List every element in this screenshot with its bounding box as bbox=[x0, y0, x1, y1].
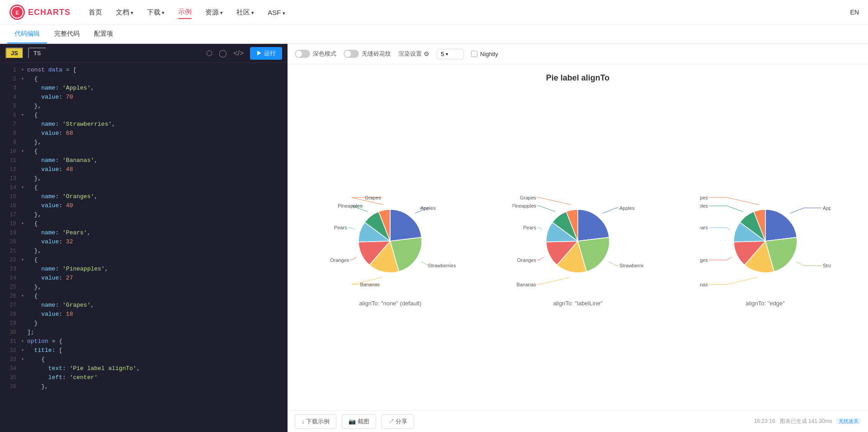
code-line-9: 9 }, bbox=[0, 138, 288, 147]
code-line-3: 3 name: 'Apples', bbox=[0, 84, 288, 93]
code-line-30: 30 ]; bbox=[0, 328, 288, 337]
pie-chart-1: ApplesStrawberriesBananasOrangesPearsPin… bbox=[325, 187, 456, 295]
code-line-27: 27 name: 'Grapes', bbox=[0, 301, 288, 310]
code-line-5: 5 }, bbox=[0, 102, 288, 111]
svg-text:Grapes: Grapes bbox=[700, 195, 708, 200]
csdn-tag: 无忧攻关 bbox=[836, 418, 861, 424]
chart-container-1: ApplesStrawberriesBananasOrangesPearsPin… bbox=[325, 187, 456, 307]
code-line-32: 32 ▾ title: [ bbox=[0, 346, 288, 355]
screenshot-button[interactable]: 📷 截图 bbox=[342, 414, 376, 429]
code-line-29: 29 } bbox=[0, 319, 288, 328]
nav-resources[interactable]: 资源 bbox=[205, 6, 223, 19]
render-settings[interactable]: 渲染设置 ⚙ bbox=[398, 50, 429, 58]
chart-label-1: alignTo: "none" (default) bbox=[359, 300, 421, 307]
tab-config[interactable]: 配置项 bbox=[87, 25, 120, 43]
cube-icon[interactable]: ⬡ bbox=[206, 49, 212, 57]
code-line-23: 23 name: 'Pineapples', bbox=[0, 265, 288, 274]
seamless-toggle[interactable] bbox=[344, 50, 359, 58]
logo-text: ECHARTS bbox=[28, 8, 71, 17]
code-line-17: 17 }, bbox=[0, 210, 288, 219]
svg-text:Bananas: Bananas bbox=[700, 281, 708, 287]
code-line-35: 35 left: 'center' bbox=[0, 373, 288, 382]
bottom-bar: ↓ 下载示例 📷 截图 ↗ 分享 16:23:16 图表已生成 141.30ms… bbox=[288, 410, 868, 432]
code-line-8: 8 value: 68 bbox=[0, 129, 288, 138]
code-line-22: 22 ▾ { bbox=[0, 256, 288, 265]
logo[interactable]: E ECHARTS bbox=[9, 4, 71, 20]
svg-text:Pineapples: Pineapples bbox=[338, 203, 363, 209]
share-button[interactable]: ↗ 分享 bbox=[382, 414, 415, 429]
code-line-33: 33 ▾ { bbox=[0, 355, 288, 364]
code-editor[interactable]: 1 ▾ const data = [ 2 ▾ { 3 name: 'Apples… bbox=[0, 63, 288, 432]
svg-text:Apples: Apples bbox=[823, 205, 831, 210]
pie-chart-3: ApplesStrawberr...BananasOrangesPearsPin… bbox=[700, 187, 831, 295]
nav-download[interactable]: 下载 bbox=[147, 6, 165, 19]
code-line-12: 12 value: 48 bbox=[0, 165, 288, 174]
nightly-group: Nightly bbox=[471, 51, 498, 57]
tab-full-code[interactable]: 完整代码 bbox=[47, 25, 87, 43]
code-line-21: 21 }, bbox=[0, 247, 288, 256]
timestamp: 16:23:16 bbox=[754, 418, 775, 424]
nav-home[interactable]: 首页 bbox=[89, 6, 102, 19]
code-line-16: 16 value: 40 bbox=[0, 201, 288, 210]
code-line-1: 1 ▾ const data = [ bbox=[0, 66, 288, 75]
code-line-2: 2 ▾ { bbox=[0, 75, 288, 84]
chart-container-3: ApplesStrawberr...BananasOrangesPearsPin… bbox=[700, 187, 831, 307]
lang-ts-button[interactable]: TS bbox=[28, 47, 47, 59]
code-line-13: 13 }, bbox=[0, 174, 288, 183]
nightly-checkbox[interactable] bbox=[471, 51, 477, 57]
code-line-6: 6 ▾ { bbox=[0, 111, 288, 120]
svg-text:Grapes: Grapes bbox=[520, 195, 537, 200]
svg-text:E: E bbox=[15, 10, 19, 15]
run-button[interactable]: ▶ 运行 bbox=[250, 47, 282, 60]
code-line-31: 31 ▾ option = { bbox=[0, 337, 288, 346]
download-button[interactable]: ↓ 下载示例 bbox=[295, 414, 336, 429]
svg-text:Grapes: Grapes bbox=[365, 195, 382, 200]
code-line-18: 18 ▾ { bbox=[0, 219, 288, 228]
code-line-26: 26 ▾ { bbox=[0, 292, 288, 301]
sphere-icon[interactable]: ◯ bbox=[219, 49, 227, 57]
charts-row: ApplesStrawberriesBananasOrangesPearsPin… bbox=[297, 92, 859, 401]
number-select[interactable]: 5 ▾ bbox=[437, 49, 464, 59]
nav-community[interactable]: 社区 bbox=[236, 6, 254, 19]
code-line-25: 25 }, bbox=[0, 283, 288, 292]
svg-text:Pineapples: Pineapples bbox=[512, 203, 536, 209]
svg-text:Strawberries: Strawberries bbox=[428, 263, 456, 268]
nav-examples[interactable]: 示例 bbox=[178, 6, 192, 19]
svg-text:Apples: Apples bbox=[619, 205, 635, 210]
code-line-14: 14 ▾ { bbox=[0, 183, 288, 192]
svg-text:Bananas: Bananas bbox=[360, 281, 380, 287]
code-line-15: 15 name: 'Oranges', bbox=[0, 192, 288, 201]
dark-mode-toggle-group: 深色模式 bbox=[295, 50, 336, 58]
nav-lang[interactable]: EN bbox=[850, 9, 859, 16]
chart-container-2: ApplesStrawberriesBananasOrangesPearsPin… bbox=[512, 187, 643, 307]
tab-code-editor[interactable]: 代码编辑 bbox=[7, 25, 47, 43]
svg-text:Pears: Pears bbox=[334, 225, 347, 230]
dark-mode-label: 深色模式 bbox=[313, 50, 336, 58]
nav-docs[interactable]: 文档 bbox=[116, 6, 133, 19]
dark-mode-toggle[interactable] bbox=[295, 50, 310, 58]
chart-title: Pie label alignTo bbox=[297, 73, 859, 83]
chart-label-3: alignTo: "edge" bbox=[745, 300, 785, 307]
svg-text:Pineapples: Pineapples bbox=[700, 203, 708, 209]
code-panel: JS TS ⬡ ◯ </> ▶ 运行 1 ▾ const data = [ 2 … bbox=[0, 44, 288, 432]
pie-chart-2: ApplesStrawberriesBananasOrangesPearsPin… bbox=[512, 187, 643, 295]
gen-info: 图表已生成 141.30ms bbox=[780, 418, 832, 424]
svg-text:Oranges: Oranges bbox=[517, 257, 537, 262]
number-value: 5 bbox=[441, 51, 444, 57]
svg-text:Oranges: Oranges bbox=[330, 257, 349, 262]
sub-tabs: 代码编辑 完整代码 配置项 bbox=[0, 25, 868, 44]
nightly-label: Nightly bbox=[480, 51, 498, 57]
svg-text:Oranges: Oranges bbox=[700, 257, 708, 262]
svg-text:Bananas: Bananas bbox=[517, 281, 537, 287]
seamless-label: 无缝砖花纹 bbox=[362, 50, 391, 58]
preview-main: Pie label alignTo ApplesStrawberriesBana… bbox=[288, 64, 868, 410]
code-toggle-icon[interactable]: </> bbox=[233, 49, 244, 57]
chart-label-2: alignTo: "labelLine" bbox=[553, 300, 603, 307]
code-line-19: 19 name: 'Pears', bbox=[0, 228, 288, 237]
svg-text:Strawberr...: Strawberr... bbox=[823, 263, 831, 268]
svg-text:Apples: Apples bbox=[420, 205, 436, 210]
nav-asf[interactable]: ASF bbox=[268, 7, 285, 18]
lang-js-button[interactable]: JS bbox=[5, 47, 24, 59]
code-line-36: 36 }, bbox=[0, 382, 288, 391]
main-layout: JS TS ⬡ ◯ </> ▶ 运行 1 ▾ const data = [ 2 … bbox=[0, 44, 868, 432]
